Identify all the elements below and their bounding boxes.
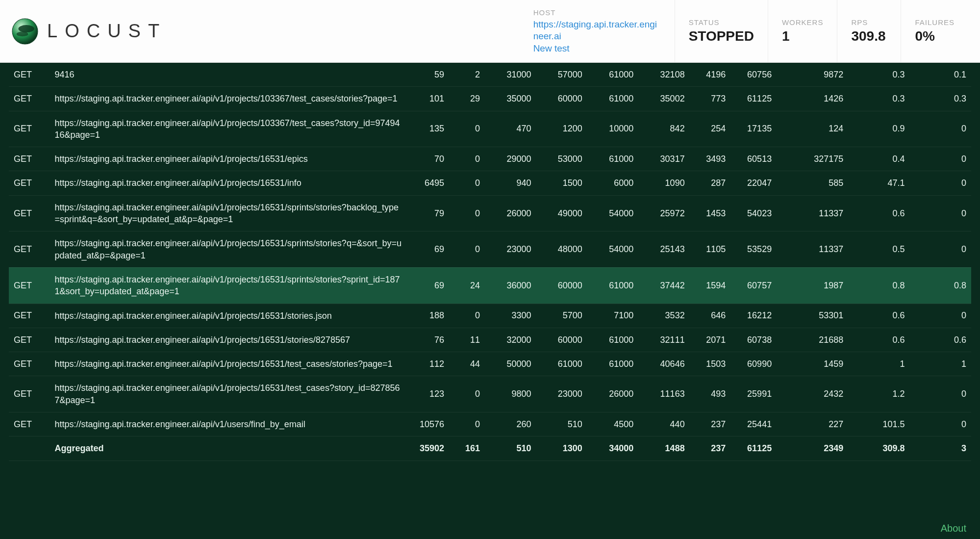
cell-fails: 0	[449, 111, 485, 147]
cell-rps: 47.1	[848, 171, 909, 195]
cell-p90: 1300	[536, 436, 587, 461]
table-row[interactable]: GET9416592310005700061000321084196607569…	[9, 63, 971, 87]
cell-avg: 37442	[638, 267, 689, 304]
table-row[interactable]: GEThttps://staging.api.tracker.engineer.…	[9, 171, 971, 195]
cell-fails: 0	[449, 171, 485, 195]
cell-max: 16212	[730, 304, 777, 328]
cell-avg: 3532	[638, 304, 689, 328]
cell-median: 940	[485, 171, 536, 195]
cell-median: 26000	[485, 195, 536, 231]
cell-fps: 3	[910, 436, 971, 461]
table-row[interactable]: GEThttps://staging.api.tracker.engineer.…	[9, 195, 971, 231]
stat-workers-label: WORKERS	[782, 18, 824, 26]
cell-method: GET	[9, 195, 50, 231]
cell-min: 4196	[690, 63, 731, 87]
cell-fails: 2	[449, 63, 485, 87]
cell-fps: 1	[910, 352, 971, 376]
cell-size: 1426	[777, 87, 848, 111]
logo[interactable]: LOCUST	[12, 18, 167, 45]
header-stats: HOST https://staging.api.tracker.enginee…	[520, 0, 968, 62]
table-row-aggregated[interactable]: Aggregated359021615101300340001488237611…	[9, 436, 971, 461]
cell-method: GET	[9, 87, 50, 111]
cell-avg: 30317	[638, 147, 689, 171]
cell-fps: 0	[910, 147, 971, 171]
cell-rps: 101.5	[848, 412, 909, 436]
cell-method: GET	[9, 376, 50, 412]
table-row[interactable]: GEThttps://staging.api.tracker.engineer.…	[9, 87, 971, 111]
table-row[interactable]: GEThttps://staging.api.tracker.engineer.…	[9, 328, 971, 352]
cell-reqs: 101	[408, 87, 449, 111]
cell-size: 9872	[777, 63, 848, 87]
host-link[interactable]: https://staging.api.tracker.engineer.ai	[533, 19, 661, 42]
cell-max: 17135	[730, 111, 777, 147]
cell-max: 25441	[730, 412, 777, 436]
cell-max: 25991	[730, 376, 777, 412]
cell-avg: 1488	[638, 436, 689, 461]
cell-min: 237	[690, 412, 731, 436]
cell-max: 60990	[730, 352, 777, 376]
cell-avg: 32111	[638, 328, 689, 352]
cell-method: GET	[9, 412, 50, 436]
cell-name: https://staging.api.tracker.engineer.ai/…	[50, 267, 408, 304]
about-link[interactable]: About	[941, 523, 966, 534]
new-test-link[interactable]: New test	[533, 43, 661, 54]
cell-p90: 23000	[536, 376, 587, 412]
cell-reqs: 59	[408, 63, 449, 87]
table-row[interactable]: GEThttps://staging.api.tracker.engineer.…	[9, 352, 971, 376]
cell-name: https://staging.api.tracker.engineer.ai/…	[50, 195, 408, 231]
cell-min: 646	[690, 304, 731, 328]
cell-name: https://staging.api.tracker.engineer.ai/…	[50, 352, 408, 376]
stat-host-label: HOST	[533, 8, 661, 17]
table-row[interactable]: GEThttps://staging.api.tracker.engineer.…	[9, 111, 971, 147]
cell-min: 1453	[690, 195, 731, 231]
cell-median: 50000	[485, 352, 536, 376]
cell-max: 60738	[730, 328, 777, 352]
cell-size: 327175	[777, 147, 848, 171]
cell-fails: 0	[449, 147, 485, 171]
table-row[interactable]: GEThttps://staging.api.tracker.engineer.…	[9, 304, 971, 328]
cell-fails: 29	[449, 87, 485, 111]
stat-rps: RPS 309.8	[837, 0, 901, 62]
cell-p90: 5700	[536, 304, 587, 328]
cell-max: 60513	[730, 147, 777, 171]
cell-rps: 0.3	[848, 87, 909, 111]
cell-rps: 0.8	[848, 267, 909, 304]
cell-p99: 61000	[587, 328, 638, 352]
cell-size: 53301	[777, 304, 848, 328]
cell-reqs: 112	[408, 352, 449, 376]
footer: About	[941, 523, 966, 534]
cell-reqs: 35902	[408, 436, 449, 461]
table-row[interactable]: GEThttps://staging.api.tracker.engineer.…	[9, 412, 971, 436]
cell-name: https://staging.api.tracker.engineer.ai/…	[50, 87, 408, 111]
cell-min: 287	[690, 171, 731, 195]
cell-min: 237	[690, 436, 731, 461]
cell-avg: 1090	[638, 171, 689, 195]
cell-min: 1503	[690, 352, 731, 376]
cell-median: 32000	[485, 328, 536, 352]
cell-min: 1105	[690, 231, 731, 268]
cell-method: GET	[9, 328, 50, 352]
locust-icon	[12, 18, 38, 45]
cell-method: GET	[9, 171, 50, 195]
cell-reqs: 188	[408, 304, 449, 328]
cell-avg: 40646	[638, 352, 689, 376]
cell-fps: 0.8	[910, 267, 971, 304]
cell-p99: 34000	[587, 436, 638, 461]
cell-size: 1987	[777, 267, 848, 304]
table-row[interactable]: GEThttps://staging.api.tracker.engineer.…	[9, 231, 971, 268]
cell-rps: 0.3	[848, 63, 909, 87]
cell-p90: 53000	[536, 147, 587, 171]
cell-fails: 11	[449, 328, 485, 352]
cell-p99: 61000	[587, 87, 638, 111]
cell-fails: 0	[449, 376, 485, 412]
cell-method: GET	[9, 63, 50, 87]
table-row[interactable]: GEThttps://staging.api.tracker.engineer.…	[9, 376, 971, 412]
cell-p90: 60000	[536, 328, 587, 352]
table-row[interactable]: GEThttps://staging.api.tracker.engineer.…	[9, 267, 971, 304]
cell-fps: 0	[910, 412, 971, 436]
cell-p99: 54000	[587, 195, 638, 231]
cell-median: 9800	[485, 376, 536, 412]
table-row[interactable]: GEThttps://staging.api.tracker.engineer.…	[9, 147, 971, 171]
cell-rps: 0.6	[848, 304, 909, 328]
cell-median: 31000	[485, 63, 536, 87]
